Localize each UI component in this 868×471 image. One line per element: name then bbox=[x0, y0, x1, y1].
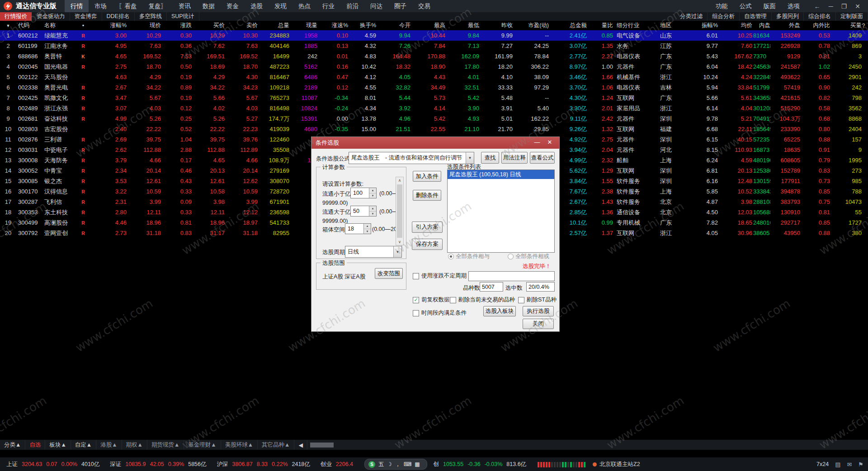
column-header-5[interactable]: 涨跌 bbox=[161, 21, 192, 30]
column-header-0[interactable]: 代码 bbox=[18, 21, 43, 30]
menu-right-item-3[interactable]: 选项 bbox=[782, 2, 806, 10]
tab-2[interactable]: 板块▲ bbox=[45, 440, 71, 450]
checkbox-variable-period[interactable]: 使用涨跌不定周期 bbox=[413, 272, 467, 280]
chevron-down-icon[interactable]: ▼ bbox=[393, 246, 401, 257]
menu-item-3[interactable]: 复盘〗 bbox=[143, 0, 173, 12]
scroll-up-icon[interactable]: ∧ bbox=[398, 177, 401, 184]
tab-10[interactable]: ◀ bbox=[294, 440, 307, 450]
checkbox-exclude-st[interactable]: 剔除ST品种 bbox=[518, 296, 557, 304]
menu-item-11[interactable]: 前沿 bbox=[340, 0, 364, 12]
column-header-26[interactable]: 买量 bbox=[830, 21, 862, 30]
menu-item-12[interactable]: 问达 bbox=[364, 0, 388, 12]
table-row[interactable]: 10002803吉宏股份2.4022.220.5222.2222.2341903… bbox=[0, 124, 868, 134]
header-help-icon[interactable]: ? bbox=[860, 21, 867, 30]
tab-6[interactable]: 期货现货▲ bbox=[147, 440, 184, 450]
column-header-9[interactable]: 现量 bbox=[289, 21, 317, 30]
column-header-19[interactable]: 细分行业 bbox=[617, 21, 658, 30]
column-header-14[interactable]: 最低 bbox=[445, 21, 479, 30]
announce-icon[interactable]: ⚑ bbox=[858, 461, 863, 468]
column-header-10[interactable]: 涨速% bbox=[317, 21, 348, 30]
change-range-button[interactable]: 改变范围 bbox=[375, 268, 403, 279]
toolbar-right-item-2[interactable]: 自选管理 bbox=[740, 12, 772, 21]
toolbar-item-2[interactable]: 资金博弈 bbox=[70, 12, 102, 21]
menu-item-13[interactable]: 圈子 bbox=[388, 0, 412, 12]
tab-8[interactable]: 美股环球▲ bbox=[221, 440, 258, 450]
table-row[interactable]: 2601199江南水务R4.957.630.367.627.6340414618… bbox=[0, 41, 868, 51]
column-header-17[interactable]: 总金额 bbox=[549, 21, 587, 30]
spinner-buttons[interactable]: ▲▼ bbox=[369, 206, 376, 216]
checkbox-forward-adjusted[interactable]: ✓ 前复权数据 bbox=[413, 296, 450, 304]
table-row[interactable]: 5002122天马股份4.634.290.194.294.30816467648… bbox=[0, 72, 868, 82]
dialog-minimize-icon[interactable]: — bbox=[533, 139, 541, 146]
menu-right-item-0[interactable]: 功能 bbox=[710, 2, 734, 10]
column-header-23[interactable]: 内盘 bbox=[753, 21, 770, 30]
toolbar-item-0[interactable]: 行情报价 bbox=[0, 12, 32, 21]
toolbar-right-item-1[interactable]: 组合分析 bbox=[708, 12, 740, 21]
table-row[interactable]: 8002489浙江永强R3.074.030.124.024.0381649810… bbox=[0, 103, 868, 113]
formula-select[interactable]: 尾盘选股王 - 流通市值和箱体空间自行调节 ▼ bbox=[349, 152, 474, 164]
column-header-18[interactable]: 量比 bbox=[587, 21, 613, 30]
scrollbar-thumb[interactable] bbox=[397, 184, 402, 238]
column-header-25[interactable]: 内外比 bbox=[800, 21, 830, 30]
execute-selection-button[interactable]: 执行选股 bbox=[523, 306, 554, 316]
ime-icon-0[interactable]: 五 bbox=[378, 461, 384, 468]
message-icon[interactable]: ✉ bbox=[847, 461, 852, 468]
param-value-1[interactable]: 100 bbox=[351, 188, 369, 198]
close-button[interactable]: 关闭 bbox=[523, 319, 554, 329]
tab-3[interactable]: 自定▲ bbox=[71, 440, 96, 450]
toolbar-right-item-5[interactable]: 定制版面 bbox=[836, 12, 868, 21]
menu-item-0[interactable]: 行情 bbox=[65, 0, 89, 12]
tab-5[interactable]: 期权▲ bbox=[122, 440, 147, 450]
column-header-7[interactable]: 卖价 bbox=[225, 21, 258, 30]
usage-notes-button[interactable]: 用法注释 bbox=[501, 152, 528, 164]
column-header-24[interactable]: 外盘 bbox=[770, 21, 800, 30]
toolbar-item-3[interactable]: DDE排名 bbox=[102, 12, 135, 21]
symbol-count-field[interactable]: 5007 bbox=[480, 282, 503, 292]
close-window-button[interactable]: ✕ bbox=[851, 3, 864, 10]
connection-status[interactable]: 北京联通主站Z2 bbox=[593, 461, 640, 468]
table-row[interactable]: 9002681奋达科技R4.995.260.255.265.27174.7万15… bbox=[0, 113, 868, 124]
column-header-21[interactable]: 振幅% bbox=[684, 21, 718, 30]
ime-icon-4[interactable]: ▦ bbox=[415, 461, 420, 467]
toolbar-item-4[interactable]: 多空阵线 bbox=[135, 12, 167, 21]
scroll-down-icon[interactable]: ∨ bbox=[398, 239, 401, 245]
tab-1[interactable]: 自选 bbox=[25, 440, 45, 450]
chevron-down-icon[interactable]: ▼ bbox=[466, 152, 474, 164]
add-condition-button[interactable]: 加入条件 bbox=[413, 171, 441, 182]
to-block-button[interactable]: 选股入板块 bbox=[483, 306, 516, 316]
save-plan-button[interactable]: 保存方案 bbox=[412, 239, 443, 250]
params-scrollbar[interactable]: ∧ ∨ bbox=[396, 177, 404, 245]
period-select[interactable]: 日线 ▼ bbox=[345, 246, 402, 258]
column-header-6[interactable]: 买价 bbox=[192, 21, 225, 30]
variable-period-field[interactable] bbox=[468, 271, 555, 281]
column-header-22[interactable]: 均价 bbox=[718, 21, 752, 30]
menu-item-5[interactable]: 数据 bbox=[197, 0, 221, 12]
ime-icon-3[interactable]: ⌨ bbox=[404, 461, 411, 467]
import-plan-button[interactable]: 引入方案 bbox=[412, 221, 443, 233]
column-header-1[interactable]: 名称 bbox=[44, 21, 78, 30]
param-value-3[interactable]: 18 bbox=[345, 224, 363, 234]
menu-item-4[interactable]: 资讯 bbox=[173, 0, 197, 12]
menu-item-14[interactable]: 交易 bbox=[412, 0, 436, 12]
tab-scrollbar[interactable] bbox=[310, 443, 334, 447]
param-value-2[interactable]: 50 bbox=[351, 206, 369, 216]
param-spinner-3[interactable]: 18 ▲▼ bbox=[345, 223, 371, 234]
column-header-20[interactable]: 地区 bbox=[660, 21, 684, 30]
dialog-close-icon[interactable]: ✕ bbox=[546, 139, 554, 146]
condition-listbox[interactable]: 尾盘选股王 (100,50,18) 日线 bbox=[447, 170, 555, 253]
toolbar-item-5[interactable]: SUP统计 bbox=[167, 12, 199, 21]
spinner-buttons[interactable]: ▲▼ bbox=[363, 224, 371, 234]
menu-item-1[interactable]: 市场 bbox=[89, 0, 113, 12]
minimize-button[interactable]: ─ bbox=[825, 3, 837, 10]
column-header-4[interactable]: 现价 bbox=[127, 21, 161, 30]
radio-all-or[interactable]: 全部条件相或 bbox=[508, 253, 549, 260]
checkbox-exclude-not-traded[interactable]: 剔除当前未交易的品种 bbox=[450, 296, 515, 304]
tab-0[interactable]: 分类▲ bbox=[0, 440, 25, 450]
menu-item-10[interactable]: 行业 bbox=[316, 0, 340, 12]
param-spinner-2[interactable]: 50 ▲▼ bbox=[350, 206, 377, 217]
column-header-15[interactable]: 昨收 bbox=[479, 21, 513, 30]
table-row[interactable]: 6002338奥普光电R2.6734.220.8934.2234.2310921… bbox=[0, 82, 868, 93]
view-formula-button[interactable]: 查看公式 bbox=[530, 152, 555, 164]
column-header-2[interactable]: • bbox=[79, 21, 88, 30]
menu-item-6[interactable]: 资金 bbox=[221, 0, 245, 12]
